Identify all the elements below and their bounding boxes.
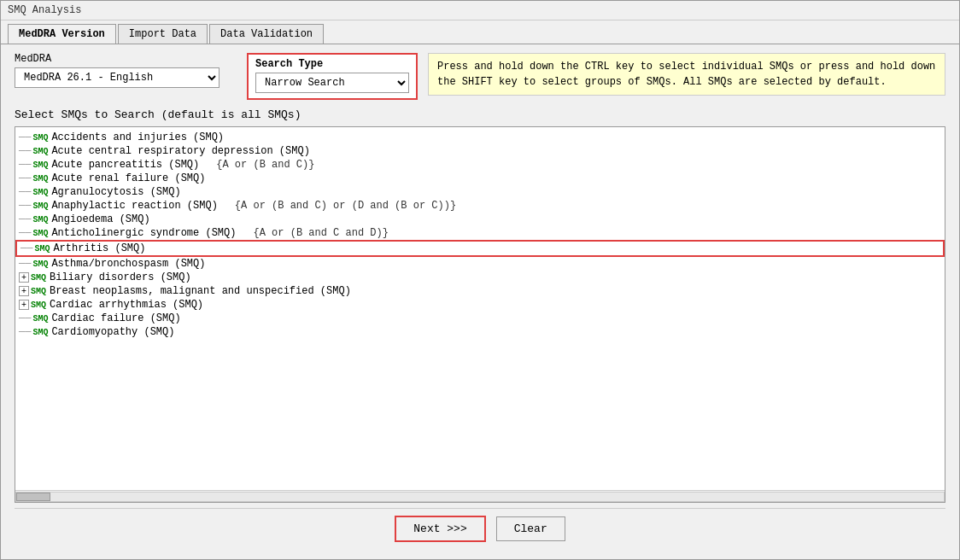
search-type-label: Search Type <box>255 58 409 70</box>
info-text: Press and hold down the CTRL key to sele… <box>437 61 935 88</box>
list-item[interactable]: —— SMQ Acute renal failure (SMQ) <box>15 172 945 185</box>
list-item[interactable]: + SMQ Cardiac arrhythmias (SMQ) <box>15 298 945 312</box>
list-item[interactable]: —— SMQ Cardiomyopathy (SMQ) <box>15 325 945 339</box>
list-item[interactable]: —— SMQ Anaphylactic reaction (SMQ) {A or… <box>15 199 945 213</box>
main-window: SMQ Analysis MedDRA Version Import Data … <box>0 0 960 560</box>
next-button[interactable]: Next >>> <box>395 516 485 542</box>
top-row: MedDRA MedDRA 26.1 - English Search Type… <box>15 53 945 100</box>
list-item[interactable]: —— SMQ Anticholinergic syndrome (SMQ) {A… <box>15 226 945 240</box>
meddra-label: MedDRA <box>15 53 237 65</box>
window-title: SMQ Analysis <box>8 4 81 16</box>
tab-bar: MedDRA Version Import Data Data Validati… <box>1 20 959 44</box>
list-item[interactable]: —— SMQ Cardiac failure (SMQ) <box>15 312 945 325</box>
expand-icon[interactable]: + <box>19 286 29 296</box>
bottom-bar: Next >>> Clear <box>15 508 945 551</box>
tab-import-data[interactable]: Import Data <box>118 24 208 44</box>
clear-button[interactable]: Clear <box>496 516 565 541</box>
list-item[interactable]: + SMQ Biliary disorders (SMQ) <box>15 271 945 284</box>
title-bar: SMQ Analysis <box>1 1 959 20</box>
search-type-select[interactable]: Narrow Search Broad Search <box>255 73 409 93</box>
list-item[interactable]: + SMQ Breast neoplasms, malignant and un… <box>15 284 945 298</box>
smq-list-scroll[interactable]: —— SMQ Accidents and injuries (SMQ) —— S… <box>15 127 945 490</box>
list-item[interactable]: —— SMQ Acute pancreatitis (SMQ) {A or (B… <box>15 158 945 172</box>
list-item[interactable]: —— SMQ Acute central respiratory depress… <box>15 144 945 158</box>
content-area: MedDRA MedDRA 26.1 - English Search Type… <box>1 44 959 559</box>
tab-meddra-version[interactable]: MedDRA Version <box>8 24 116 44</box>
tab-data-validation[interactable]: Data Validation <box>209 24 324 44</box>
list-item[interactable]: —— SMQ Angioedema (SMQ) <box>15 213 945 226</box>
smq-list-container: —— SMQ Accidents and injuries (SMQ) —— S… <box>15 126 945 503</box>
list-item[interactable]: —— SMQ Agranulocytosis (SMQ) <box>15 185 945 199</box>
expand-icon[interactable]: + <box>19 272 29 283</box>
horizontal-scrollbar[interactable] <box>15 490 945 502</box>
expand-icon[interactable]: + <box>19 300 29 310</box>
list-item[interactable]: —— SMQ Asthma/bronchospasm (SMQ) <box>15 257 945 271</box>
list-item-arthritis[interactable]: —— SMQ Arthritis (SMQ) <box>15 240 945 257</box>
meddra-group: MedDRA MedDRA 26.1 - English <box>15 53 237 88</box>
meddra-select[interactable]: MedDRA 26.1 - English <box>15 67 220 88</box>
search-type-group: Search Type Narrow Search Broad Search <box>247 53 418 100</box>
smq-section-title: Select SMQs to Search (default is all SM… <box>15 108 945 121</box>
info-box: Press and hold down the CTRL key to sele… <box>428 53 945 96</box>
list-item[interactable]: —— SMQ Accidents and injuries (SMQ) <box>15 131 945 144</box>
